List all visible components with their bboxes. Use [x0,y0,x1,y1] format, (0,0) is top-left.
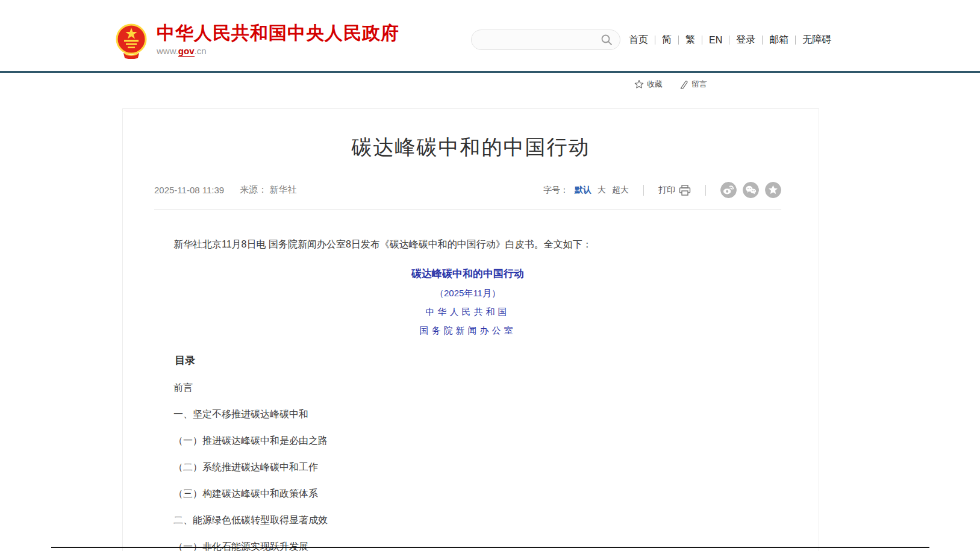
url-domain: gov [178,46,195,57]
toc-item-2-1: （一）非化石能源实现跃升发展 [154,541,781,551]
toc-heading: 目录 [154,353,781,367]
toc-item-1-2: （二）系统推进碳达峰碳中和工作 [154,461,781,473]
comment-label: 留言 [691,79,707,90]
whitepaper-org-line2: 国务院新闻办公室 [154,325,781,337]
header-divider [0,71,980,73]
whitepaper-org-line1: 中华人民共和国 [154,307,781,318]
search-box[interactable] [471,30,620,50]
nav-accessibility[interactable]: 无障碍 [802,34,831,46]
weibo-share-icon[interactable] [720,182,737,198]
print-button[interactable]: 打印 [658,185,691,196]
nav-english[interactable]: EN [709,35,722,46]
site-header: 中华人民共和国中央人民政府 www.gov.cn 首页 简 繁 EN 登录 邮箱… [0,0,980,71]
toc-item-preface: 前言 [154,382,781,394]
meta-left: 2025-11-08 11:39 来源： 新华社 [154,184,296,196]
comment-button[interactable]: 留言 [679,79,707,90]
source: 来源： 新华社 [240,184,296,196]
toc-item-1-1: （一）推进碳达峰碳中和是必由之路 [154,435,781,447]
favorite-button[interactable]: 收藏 [634,79,663,90]
article-title: 碳达峰碳中和的中国行动 [123,134,819,161]
site-title: 中华人民共和国中央人民政府 [157,23,399,43]
meta-separator [705,185,706,196]
nav-login[interactable]: 登录 [736,34,755,46]
favorite-label: 收藏 [647,79,663,90]
whitepaper-date: （2025年11月） [154,288,781,299]
nav-traditional[interactable]: 繁 [685,34,695,46]
url-prefix: www. [157,46,178,56]
toc-item-1-3: （三）构建碳达峰碳中和政策体系 [154,488,781,500]
top-nav: 首页 简 繁 EN 登录 邮箱 无障碍 [629,34,831,46]
favorite-share-icon[interactable] [765,182,781,198]
nav-separator [678,36,679,45]
article-meta-row: 2025-11-08 11:39 来源： 新华社 字号： 默认 大 超大 打印 [154,182,781,210]
share-icons [720,182,781,198]
viewport-bottom-edge [51,547,929,548]
article-body: 新华社北京11月8日电 国务院新闻办公室8日发布《碳达峰碳中和的中国行动》白皮书… [154,237,781,551]
toc-item-1: 一、坚定不移推进碳达峰碳中和 [154,408,781,420]
nav-separator [655,36,655,45]
whitepaper-title: 碳达峰碳中和的中国行动 [154,267,781,281]
font-size-label: 字号： [543,185,569,196]
wechat-share-icon[interactable] [743,182,759,198]
page-actions: 收藏 留言 [634,79,707,90]
nav-separator [729,36,729,45]
site-brand[interactable]: 中华人民共和国中央人民政府 www.gov.cn [115,23,399,59]
source-value[interactable]: 新华社 [269,184,296,195]
nav-separator [762,36,763,45]
pencil-icon [679,80,688,89]
star-icon [634,79,644,89]
nav-simplified[interactable]: 简 [662,34,672,46]
print-label: 打印 [658,185,675,196]
printer-icon [679,185,691,196]
publish-date: 2025-11-08 11:39 [154,185,224,195]
nav-separator [702,36,702,45]
national-emblem-logo [115,23,148,59]
meta-separator [643,185,644,196]
intro-paragraph: 新华社北京11月8日电 国务院新闻办公室8日发布《碳达峰碳中和的中国行动》白皮书… [154,237,781,252]
source-label: 来源： [240,184,267,195]
meta-right: 字号： 默认 大 超大 打印 [543,182,781,198]
url-suffix: .cn [195,46,207,56]
search-icon[interactable] [601,34,613,46]
site-url: www.gov.cn [157,46,399,56]
font-size-xlarge[interactable]: 超大 [612,185,629,196]
nav-separator [795,36,796,45]
font-size-large[interactable]: 大 [598,185,606,196]
nav-home[interactable]: 首页 [629,34,648,46]
nav-mail[interactable]: 邮箱 [769,34,788,46]
search-input[interactable] [481,35,601,45]
toc-item-2: 二、能源绿色低碳转型取得显著成效 [154,514,781,526]
font-size-default[interactable]: 默认 [575,185,591,196]
article-container: 碳达峰碳中和的中国行动 2025-11-08 11:39 来源： 新华社 字号：… [122,108,819,551]
